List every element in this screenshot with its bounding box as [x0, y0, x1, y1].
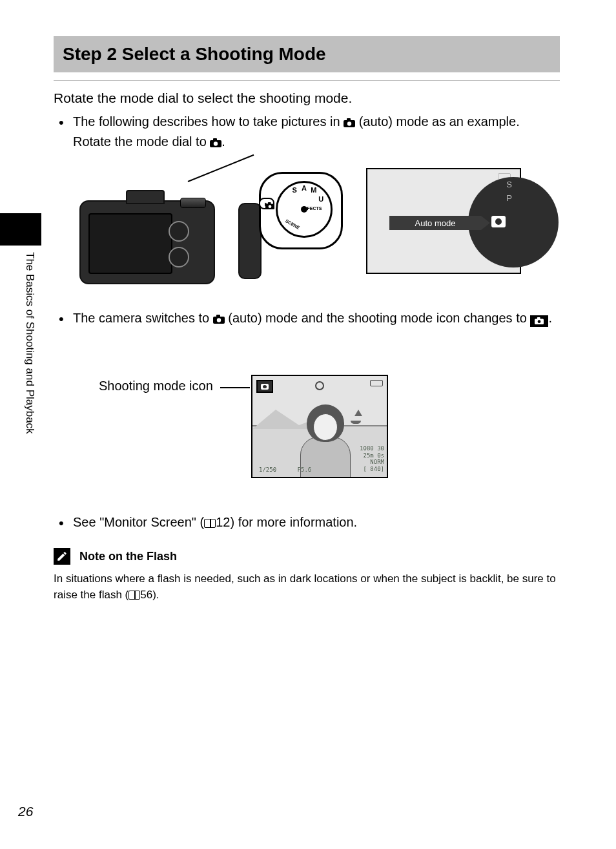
battery-icon [370, 380, 383, 386]
camera-screen-illustration: 1080 30 25m 0s NORM [ 840] 1/250 F5.6 [251, 375, 388, 478]
note-title: Note on the Flash [79, 550, 177, 563]
svg-rect-10 [216, 315, 220, 317]
auto-mode-label: Auto mode [389, 216, 481, 230]
dial-label-m: M [311, 186, 316, 194]
pencil-note-icon [54, 548, 70, 565]
dial-label-effects: EFFECTS [302, 206, 322, 211]
screen-resolution: 1080 30 [360, 445, 384, 452]
screen-remaining: [ 840] [360, 466, 384, 473]
note-block: Note on the Flash In situations where a … [54, 548, 560, 603]
camera-icon [265, 200, 274, 212]
book-icon [204, 519, 216, 528]
figure-shooting-screen: Shooting mode icon 1080 30 25m 0s NORM [… [54, 363, 560, 499]
screen-aperture: F5.6 [298, 466, 312, 473]
svg-point-5 [214, 142, 218, 145]
shooting-mode-icon-label: Shooting mode icon [99, 379, 213, 393]
text: . [548, 311, 552, 325]
lcd-mode-panel: S P Auto mode [366, 168, 521, 274]
screen-shutter: 1/250 [259, 466, 276, 473]
svg-rect-7 [268, 202, 271, 204]
side-tab [0, 213, 41, 246]
text: ). [152, 589, 159, 601]
page-ref: 56 [140, 589, 152, 601]
camera-icon-inverted [530, 315, 548, 327]
svg-rect-4 [213, 138, 217, 141]
svg-point-8 [269, 205, 272, 208]
screen-time: 25m 0s [360, 452, 384, 459]
bullet-1: The following describes how to take pict… [54, 112, 560, 152]
side-section-title: The Basics of Shooting and Playback [22, 252, 36, 485]
camera-icon [344, 114, 355, 132]
bullet-3: See "Monitor Screen" (12) for more infor… [54, 513, 560, 532]
camera-icon [491, 216, 506, 227]
figure-row-1: ▸ S A M U EFFECTS SCENE [54, 155, 560, 304]
camera-icon [213, 310, 225, 329]
svg-rect-1 [347, 118, 351, 121]
lead-text: Rotate the mode dial to select the shoot… [54, 90, 560, 106]
lcd-label-s: S [506, 178, 512, 192]
svg-point-11 [217, 318, 221, 322]
page-heading: Step 2 Select a Shooting Mode [63, 44, 326, 65]
svg-rect-13 [537, 317, 540, 319]
bullet-2: The camera switches to (auto) mode and t… [54, 309, 560, 329]
svg-point-2 [347, 121, 351, 125]
camera-illustration: ▸ S A M U EFFECTS SCENE [79, 174, 260, 291]
dial-label-scene: SCENE [285, 218, 300, 230]
text: See "Monitor Screen" ( [73, 515, 204, 529]
target-icon [315, 381, 324, 390]
dial-label-u: U [318, 195, 323, 203]
svg-point-14 [538, 320, 541, 323]
camera-icon [210, 134, 221, 152]
text: The following describes how to take pict… [73, 114, 344, 129]
dial-label-s: S [293, 186, 297, 194]
shooting-mode-icon [256, 380, 273, 393]
mode-dial-callout: ▸ S A M U EFFECTS SCENE [259, 172, 343, 249]
book-icon [128, 591, 140, 600]
lcd-label-p: P [506, 192, 512, 205]
divider [54, 80, 560, 81]
arrow-right-icon [481, 216, 490, 230]
screen-quality: NORM [360, 459, 384, 466]
page-number: 26 [18, 804, 33, 819]
dial-label-a: A [302, 184, 307, 192]
text: ) for more information. [230, 515, 357, 529]
text: (auto) mode and the shooting mode icon c… [228, 311, 530, 325]
text: . [221, 134, 225, 149]
text: The camera switches to [73, 311, 213, 325]
heading-bar: Step 2 Select a Shooting Mode [54, 36, 560, 72]
page-ref: 12 [216, 515, 230, 529]
note-text: In situations where a flash is needed, s… [54, 571, 560, 603]
